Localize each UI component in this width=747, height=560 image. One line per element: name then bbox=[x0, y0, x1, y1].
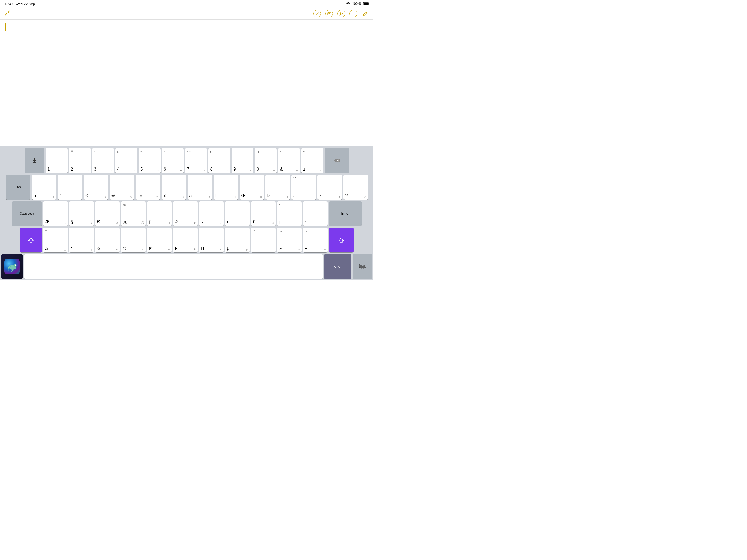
key-euro[interactable]: € € bbox=[84, 175, 108, 200]
key-emdash[interactable]: ; ' — — bbox=[251, 228, 276, 252]
key-pi[interactable]: Π π bbox=[199, 228, 224, 252]
svg-marker-11 bbox=[28, 238, 33, 242]
key-ampersand[interactable]: * & & bbox=[278, 148, 300, 173]
keyboard: ! i 1 1 @ 2 2 # bbox=[0, 146, 374, 280]
key-bullet[interactable]: • . bbox=[225, 201, 250, 226]
key-caret[interactable]: ^ ˇ ° . bbox=[291, 175, 316, 200]
key-pilcrow[interactable]: ¶ ¶ bbox=[69, 228, 94, 252]
key-4[interactable]: $ 4 4 bbox=[115, 148, 137, 173]
key-eth[interactable]: Ð ð bbox=[95, 201, 120, 226]
key-mu[interactable]: μ μ bbox=[225, 228, 250, 252]
key-9[interactable]: [ ] 9 9 bbox=[232, 148, 254, 173]
svg-rect-17 bbox=[359, 264, 366, 268]
battery-text: 100 % bbox=[352, 2, 361, 6]
key-thorn[interactable]: Þ þ bbox=[265, 175, 290, 200]
key-3[interactable]: # 3 3 bbox=[92, 148, 114, 173]
key-8[interactable]: ( ) 8 8 bbox=[208, 148, 230, 173]
key-enter[interactable]: Enter bbox=[329, 201, 362, 226]
key-oe[interactable]: Œ œ bbox=[239, 175, 264, 200]
key-checkmark[interactable]: ✓ ✓ bbox=[199, 201, 224, 226]
key-slash[interactable]: / . bbox=[58, 175, 82, 200]
capslock-label: Caps Lock bbox=[20, 212, 34, 215]
key-a[interactable]: a a bbox=[32, 175, 56, 200]
navigate-button[interactable] bbox=[337, 10, 345, 18]
keyboard-row-5: Alt Gr bbox=[1, 254, 372, 279]
svg-line-3 bbox=[5, 14, 7, 16]
keyboard-row-4: ▽ Δ △ ¶ ¶ ₺ ₺ bbox=[1, 228, 372, 252]
battery-icon bbox=[363, 2, 369, 5]
collapse-icon[interactable] bbox=[4, 10, 10, 16]
key-altgr[interactable]: Alt Gr bbox=[324, 254, 351, 279]
keyboard-row-1: ! i 1 1 @ 2 2 # bbox=[1, 148, 372, 173]
keyboard-row-2: Tab a a / . € bbox=[1, 175, 372, 200]
key-dotlessi[interactable]: İ ı bbox=[213, 175, 238, 200]
key-5[interactable]: % 5 5 bbox=[138, 148, 160, 173]
svg-marker-12 bbox=[339, 238, 344, 242]
key-delta[interactable]: ▽ Δ △ bbox=[43, 228, 68, 252]
key-0[interactable]: { } 0 0 bbox=[255, 148, 277, 173]
status-date: Wed 22 Sep bbox=[16, 2, 35, 6]
svg-point-5 bbox=[329, 13, 330, 14]
status-time: 15:47 bbox=[4, 2, 14, 6]
key-atilde[interactable]: ã ã bbox=[187, 175, 212, 200]
wifi-icon bbox=[346, 2, 351, 5]
key-registered[interactable]: ® © bbox=[110, 175, 134, 200]
key-plusminus[interactable]: + ± ± bbox=[301, 148, 323, 173]
key-pound[interactable]: £ £ bbox=[251, 201, 276, 226]
key-notsign[interactable]: ' ¿ ¬ ¬ bbox=[303, 228, 328, 252]
key-sigma[interactable]: Σ σ bbox=[317, 175, 342, 200]
key-2[interactable]: @ 2 2 bbox=[69, 148, 91, 173]
key-section[interactable]: § § bbox=[69, 201, 94, 226]
key-shift-left[interactable] bbox=[20, 228, 42, 252]
svg-marker-6 bbox=[340, 12, 343, 15]
key-shift-right[interactable] bbox=[329, 228, 354, 252]
camera-button[interactable] bbox=[325, 10, 333, 18]
checkmark-button[interactable] bbox=[313, 10, 321, 18]
key-backspace[interactable] bbox=[325, 148, 349, 173]
key-1[interactable]: ! i 1 1 bbox=[46, 148, 68, 173]
key-6[interactable]: ^ ˇ 6 6 bbox=[162, 148, 184, 173]
svg-rect-1 bbox=[368, 3, 369, 5]
key-yuan[interactable]: 元 元 元 bbox=[121, 201, 146, 226]
keyboard-row-3: Caps Lock Æ æ § § bbox=[1, 201, 372, 226]
key-integral[interactable]: ∫ ʃ bbox=[147, 201, 172, 226]
key-space[interactable] bbox=[24, 254, 323, 279]
key-capslock[interactable]: Caps Lock bbox=[12, 201, 42, 226]
key-download[interactable] bbox=[25, 148, 44, 173]
toolbar: ··· bbox=[0, 8, 374, 20]
more-button[interactable]: ··· bbox=[350, 10, 357, 18]
key-infinity[interactable]: : ∞ ∞ ∞ bbox=[277, 228, 302, 252]
key-emoji-app[interactable] bbox=[1, 254, 23, 279]
status-bar: 15:47 Wed 22 Sep 100 % bbox=[0, 0, 374, 8]
key-sm[interactable]: SM ™ bbox=[136, 175, 160, 200]
key-7[interactable]: < > 7 7 bbox=[185, 148, 207, 173]
key-copyright[interactable]: © © bbox=[121, 228, 146, 252]
altgr-label: Alt Gr bbox=[334, 265, 341, 268]
edit-button[interactable] bbox=[361, 10, 369, 18]
key-keyboard-hide[interactable] bbox=[353, 254, 372, 279]
notes-area[interactable] bbox=[0, 20, 374, 146]
svg-point-16 bbox=[15, 264, 16, 265]
key-peso[interactable]: ₱ ₱ bbox=[147, 228, 172, 252]
key-quotes[interactable]: " \ | | bbox=[277, 201, 302, 226]
key-yen[interactable]: ¥ ¥ bbox=[162, 175, 186, 200]
svg-line-4 bbox=[8, 11, 10, 12]
tab-label: Tab bbox=[15, 185, 21, 189]
status-left: 15:47 Wed 22 Sep bbox=[4, 2, 35, 6]
key-diaeresis[interactable]: ¨ ʼ bbox=[303, 201, 328, 226]
status-right: 100 % bbox=[346, 2, 369, 6]
key-ae[interactable]: Æ æ bbox=[43, 201, 68, 226]
svg-rect-2 bbox=[364, 3, 368, 5]
key-tab[interactable]: Tab bbox=[6, 175, 30, 200]
key-ruble[interactable]: ₽ ₽ bbox=[173, 201, 198, 226]
key-bitcoin[interactable]: ₿ ɓ bbox=[173, 228, 198, 252]
key-lira[interactable]: ₺ ₺ bbox=[95, 228, 120, 252]
key-question[interactable]: ? ¿ bbox=[343, 175, 368, 200]
enter-label: Enter bbox=[341, 211, 350, 215]
text-cursor bbox=[5, 23, 6, 31]
